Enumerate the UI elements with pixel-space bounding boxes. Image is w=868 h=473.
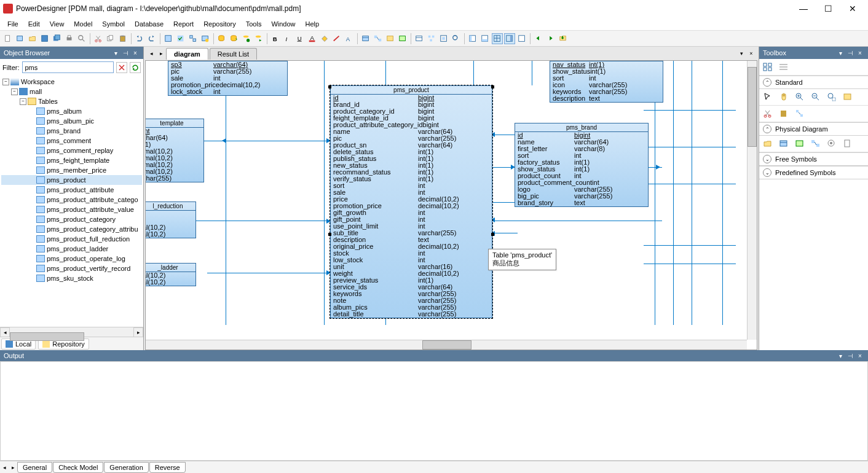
- menu-symbol[interactable]: Symbol: [97, 18, 130, 29]
- pointer-icon[interactable]: [762, 92, 774, 103]
- close-button[interactable]: ✕: [840, 0, 865, 17]
- zoom-region-icon[interactable]: [826, 92, 838, 103]
- tree-node[interactable]: pms_product_ladder: [1, 244, 142, 254]
- dropdown-icon[interactable]: ▾: [111, 49, 120, 57]
- tree-node[interactable]: pms_product_attribute_catego: [1, 195, 142, 205]
- view-large-icon[interactable]: [762, 61, 774, 72]
- tab-diagram[interactable]: diagram: [166, 48, 208, 60]
- menu-file[interactable]: File: [2, 18, 23, 29]
- tree-node[interactable]: pms_product_full_reduction: [1, 234, 142, 244]
- pin-icon[interactable]: ⊣: [121, 49, 130, 57]
- otab-rev[interactable]: Reverse: [149, 462, 186, 473]
- db-conn-icon[interactable]: [241, 33, 252, 44]
- cut-tool-icon[interactable]: [762, 108, 774, 119]
- tree-node[interactable]: pms_sku_stock: [1, 273, 142, 283]
- ref-tool-icon[interactable]: [810, 138, 822, 149]
- print-icon[interactable]: [64, 33, 75, 44]
- close-panel-icon[interactable]: ×: [856, 49, 864, 57]
- sym-ref-icon[interactable]: [373, 33, 384, 44]
- win-welcome-icon[interactable]: [516, 33, 527, 44]
- section-free[interactable]: ⌄Free Symbols: [759, 152, 868, 166]
- dropdown-icon[interactable]: ▾: [836, 351, 845, 360]
- diagram-canvas[interactable]: sp3varchar(64)picvarchar(255)saleintprom…: [145, 60, 757, 350]
- save-icon[interactable]: [39, 33, 50, 44]
- sym-proc-icon[interactable]: [385, 33, 396, 44]
- fmt-line-icon[interactable]: [331, 33, 342, 44]
- menu-report[interactable]: Report: [168, 18, 199, 29]
- tree-node[interactable]: pms_brand: [1, 126, 142, 136]
- otab-prev-icon[interactable]: ◂: [0, 464, 9, 471]
- maximize-button[interactable]: ☐: [816, 0, 840, 17]
- ext-icon[interactable]: [200, 33, 211, 44]
- tab-result-list[interactable]: Result List: [210, 48, 257, 60]
- entity-pms-product[interactable]: pms_productidbigintbrand_idbigintproduct…: [330, 85, 492, 318]
- link-tool-icon[interactable]: [794, 108, 806, 119]
- tab-next-icon[interactable]: ▸: [157, 50, 165, 57]
- otab-next-icon[interactable]: ▸: [9, 464, 17, 471]
- entity-category[interactable]: nav_statusint(1)show_statusint(1)sortint…: [550, 61, 663, 103]
- nav-fwd-icon[interactable]: [545, 33, 556, 44]
- menu-database[interactable]: Database: [130, 18, 168, 29]
- open-icon[interactable]: [27, 33, 38, 44]
- fmt-under-icon[interactable]: U: [294, 33, 306, 44]
- fmt-bold-icon[interactable]: B: [270, 33, 281, 44]
- tree-node[interactable]: pms_member_price: [1, 165, 142, 175]
- close-panel-icon[interactable]: ×: [131, 49, 140, 57]
- find-icon[interactable]: [76, 33, 87, 44]
- file-tool-icon[interactable]: [842, 138, 854, 149]
- clear-filter-icon[interactable]: [116, 62, 127, 73]
- tree-node[interactable]: −mall: [1, 87, 142, 96]
- copy-icon[interactable]: [105, 33, 116, 44]
- tree-node[interactable]: −Tables: [1, 96, 142, 106]
- nav-back-icon[interactable]: [533, 33, 544, 44]
- win-toolbox-icon[interactable]: [504, 33, 515, 44]
- auto-layout-icon[interactable]: [426, 33, 437, 44]
- filter-input[interactable]: [22, 61, 114, 73]
- nav-up-icon[interactable]: [558, 33, 569, 44]
- cut-icon[interactable]: [93, 33, 104, 44]
- hand-icon[interactable]: [778, 92, 790, 103]
- props-icon[interactable]: [842, 92, 854, 103]
- tree-node[interactable]: pms_product_attribute_value: [1, 205, 142, 214]
- view-list-icon[interactable]: [778, 61, 790, 72]
- tree-node[interactable]: pms_album: [1, 106, 142, 116]
- paste-tool-icon[interactable]: [778, 108, 790, 119]
- menu-repository[interactable]: Repository: [199, 18, 241, 29]
- save-all-icon[interactable]: [52, 33, 63, 44]
- entity-reduction[interactable]: l_reductionttal(10,2)al(10,2): [145, 201, 196, 238]
- pin-icon[interactable]: ⊣: [846, 49, 854, 57]
- proc-tool-icon[interactable]: [826, 138, 838, 149]
- win-output-icon[interactable]: [479, 33, 491, 44]
- zoom-out-icon[interactable]: [810, 92, 822, 103]
- tree-node[interactable]: pms_product: [1, 175, 142, 185]
- section-standard[interactable]: ⌃Standard: [759, 76, 868, 89]
- entity-template[interactable]: templateintchar(64)(1)imal(10,2)imal(10,…: [145, 119, 204, 182]
- tree-node[interactable]: pms_product_attribute: [1, 185, 142, 195]
- entity-ladder[interactable]: _ladderal(10,2)al(10,2): [145, 263, 196, 286]
- new-icon[interactable]: [2, 33, 14, 44]
- menu-help[interactable]: Help: [301, 18, 325, 29]
- pkg-icon[interactable]: [762, 138, 774, 149]
- paste-icon[interactable]: [117, 33, 128, 44]
- section-physical[interactable]: ⌃Physical Diagram: [759, 122, 868, 136]
- otab-general[interactable]: General: [17, 462, 52, 473]
- redo-icon[interactable]: [146, 33, 157, 44]
- fmt-font-icon[interactable]: A: [344, 33, 355, 44]
- view-tool-icon[interactable]: [794, 138, 806, 149]
- section-predef[interactable]: ⌄Predefined Symbols: [759, 166, 868, 179]
- tree-node[interactable]: −Workspace: [1, 77, 142, 87]
- menu-model[interactable]: Model: [69, 18, 97, 29]
- canvas-vscroll[interactable]: [747, 61, 757, 340]
- zoom-in-icon[interactable]: [794, 92, 806, 103]
- browser-hscroll[interactable]: ◂▸: [0, 327, 143, 337]
- menu-tools[interactable]: Tools: [241, 18, 267, 29]
- win-browser-icon[interactable]: [467, 33, 478, 44]
- tree-node[interactable]: pms_product_category_attribu: [1, 224, 142, 234]
- db-exec-icon[interactable]: [253, 33, 264, 44]
- tree-node[interactable]: pms_product_vertify_record: [1, 264, 142, 273]
- canvas-hscroll[interactable]: [146, 340, 747, 350]
- pin-icon[interactable]: ⊣: [846, 351, 854, 360]
- fmt-fill-icon[interactable]: [319, 33, 330, 44]
- entity-pms-brand[interactable]: pms_brandidbigintnamevarchar(64)first_le…: [515, 123, 649, 207]
- minimize-button[interactable]: —: [791, 0, 816, 17]
